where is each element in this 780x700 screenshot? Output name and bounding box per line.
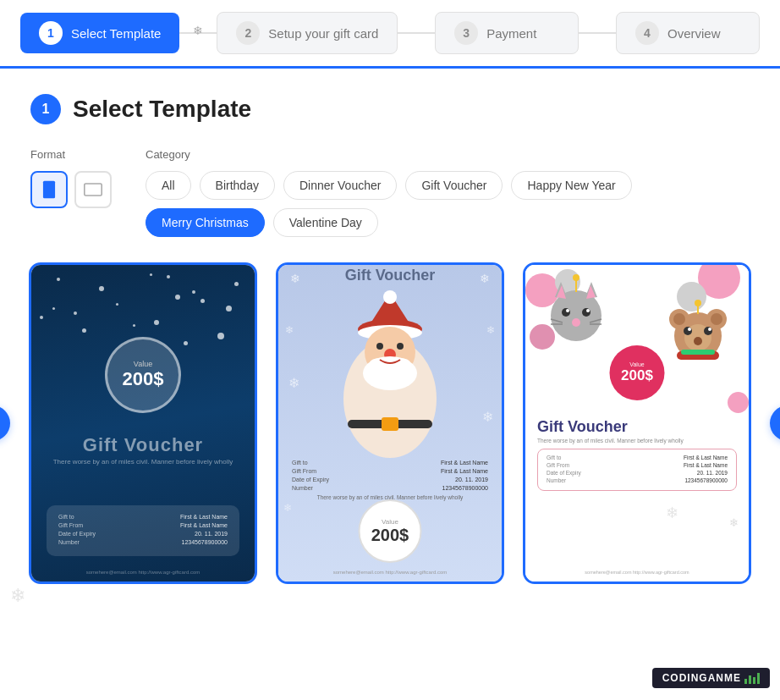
svg-point-23 [566, 309, 569, 312]
step-1-label: Select Template [71, 26, 161, 41]
step-divider-3 [579, 32, 616, 34]
card-2-val-3: 12345678900000 [442, 485, 488, 491]
step-2-label: Setup your gift card [268, 26, 378, 41]
svg-rect-1 [85, 184, 102, 196]
chip-happy-new-year[interactable]: Happy New Year [511, 171, 631, 200]
card-1-row-0: Gift to First & Last Name [58, 514, 228, 520]
main-content: 1 Select Template Format Cat [0, 69, 780, 609]
card-3-details: Gift to First & Last Name Gift From Firs… [537, 449, 737, 491]
brand-bar-2 [749, 675, 751, 684]
svg-rect-44 [681, 350, 715, 355]
card-2-bg: ❄ ❄ ❄ ❄ ❄ ❄ ❄ [278, 265, 502, 581]
template-card-2[interactable]: ❄ ❄ ❄ ❄ ❄ ❄ ❄ [276, 262, 504, 584]
svg-point-21 [562, 308, 570, 317]
page-title-badge: 1 [30, 94, 61, 124]
step-2-number: 2 [236, 21, 260, 45]
next-arrow-button[interactable]: › [770, 405, 780, 441]
card-1-val-1: First & Last Name [180, 522, 228, 528]
card-3-key-0: Gift to [547, 455, 561, 460]
card-1-row-2: Date of Expiry 20. 11. 2019 [58, 531, 228, 537]
format-filter: Format [30, 148, 112, 208]
template-card-1[interactable]: Value 200$ Gift Voucher There worse by a… [29, 262, 257, 584]
step-3[interactable]: 3 Payment [435, 12, 579, 54]
portrait-icon [40, 180, 58, 199]
template-card-3[interactable]: Value 200$ Gift Voucher There worse by a… [523, 262, 751, 584]
chip-gift-voucher[interactable]: Gift Voucher [405, 171, 503, 200]
page-title-row: 1 Select Template [30, 94, 750, 124]
step-2[interactable]: 2 Setup your gift card [217, 12, 398, 54]
svg-rect-15 [382, 417, 398, 431]
card-3-subtitle: There worse by an of miles civil. Manner… [537, 438, 737, 444]
svg-point-22 [582, 308, 590, 317]
brand-bars [744, 672, 760, 684]
svg-rect-0 [43, 181, 55, 198]
card-2-row-0: Gift to First & Last Name [292, 460, 488, 466]
format-label: Format [30, 148, 112, 161]
card-1-inner: Value 200$ Gift Voucher There worse by a… [31, 265, 255, 581]
card-3-snowflake: ❄ [729, 516, 739, 529]
card-2-value: 200$ [371, 526, 409, 545]
card-1-row-1: Gift From First & Last Name [58, 522, 228, 528]
card-2-footer: somehere@email.com http://www.agr-giftca… [278, 570, 502, 575]
card-2-title: Gift Voucher [278, 267, 502, 284]
svg-point-6 [383, 290, 397, 304]
card-3-row-2: Date of Expiry 20. 11. 2019 [547, 470, 728, 476]
card-3-bg: Value 200$ Gift Voucher There worse by a… [525, 265, 749, 581]
card-1-value: 200$ [123, 368, 164, 390]
landscape-icon [84, 180, 102, 199]
card-3-title: Gift Voucher [537, 418, 737, 436]
chip-dinner-voucher[interactable]: Dinner Voucher [283, 171, 398, 200]
card-1-details: Gift to First & Last Name Gift From Firs… [47, 505, 239, 556]
svg-point-35 [673, 313, 685, 325]
chip-all[interactable]: All [146, 171, 191, 200]
card-1-val-0: First & Last Name [180, 514, 228, 520]
card-2-key-2: Date of Expiry [292, 477, 329, 482]
card-1-bg: Value 200$ Gift Voucher There worse by a… [31, 265, 255, 581]
step-3-number: 3 [454, 21, 478, 45]
brand-bar-4 [757, 673, 760, 684]
card-1-value-circle: Value 200$ [105, 337, 181, 413]
step-4-label: Overview [667, 26, 721, 41]
card-2-val-2: 20. 11. 2019 [455, 477, 488, 482]
card-3-top: Value 200$ [525, 265, 749, 413]
svg-point-9 [397, 343, 404, 350]
card-3-inner: Value 200$ Gift Voucher There worse by a… [525, 265, 749, 581]
polka-5 [728, 392, 749, 413]
card-1-val-3: 12345678900000 [181, 539, 228, 545]
card-2-value-label: Value [382, 518, 398, 526]
chip-birthday[interactable]: Birthday [200, 171, 275, 200]
svg-point-42 [694, 337, 702, 345]
card-3-footer: somehere@email.com http://www.agr-giftca… [525, 570, 749, 575]
svg-point-38 [684, 327, 692, 335]
card-3-row-1: Gift From First & Last Name [547, 462, 728, 468]
card-1-title: Gift Voucher [31, 434, 255, 456]
card-1-key-2: Date of Expiry [58, 531, 96, 537]
card-3-key-1: Gift From [547, 462, 569, 468]
svg-point-31 [573, 274, 580, 281]
step-4[interactable]: 4 Overview [616, 12, 760, 54]
svg-point-16 [551, 290, 601, 341]
cards-row: ‹ [30, 262, 750, 584]
card-3-val-1: First & Last Name [684, 462, 728, 468]
stepper: 1 Select Template ❄ 2 Setup your gift ca… [0, 0, 780, 69]
format-buttons [30, 171, 112, 208]
svg-point-36 [711, 313, 722, 325]
chip-merry-christmas[interactable]: Merry Christmas [146, 208, 265, 237]
snowflake-decor-1: ❄ [193, 24, 203, 37]
format-landscape-btn[interactable] [74, 171, 112, 208]
chip-valentine-day[interactable]: Valentine Day [273, 208, 378, 237]
card-2-key-1: Gift From [292, 468, 316, 474]
card-2-key-0: Gift to [292, 460, 308, 466]
format-portrait-btn[interactable] [30, 171, 68, 208]
card-1-val-2: 20. 11. 2019 [195, 531, 228, 537]
step-4-number: 4 [635, 21, 659, 45]
svg-point-25 [572, 318, 580, 327]
card-1-row-3: Number 12345678900000 [58, 539, 228, 545]
bear-illustration [664, 299, 732, 367]
step-1[interactable]: 1 Select Template [20, 13, 179, 53]
prev-arrow-button[interactable]: ‹ [0, 405, 10, 441]
card-3-row-3: Number 12345678900000 [547, 477, 728, 483]
svg-point-39 [704, 327, 712, 335]
brand-bar-1 [744, 679, 747, 684]
card-1-subtitle: There worse by an of miles civil. Manner… [31, 458, 255, 466]
